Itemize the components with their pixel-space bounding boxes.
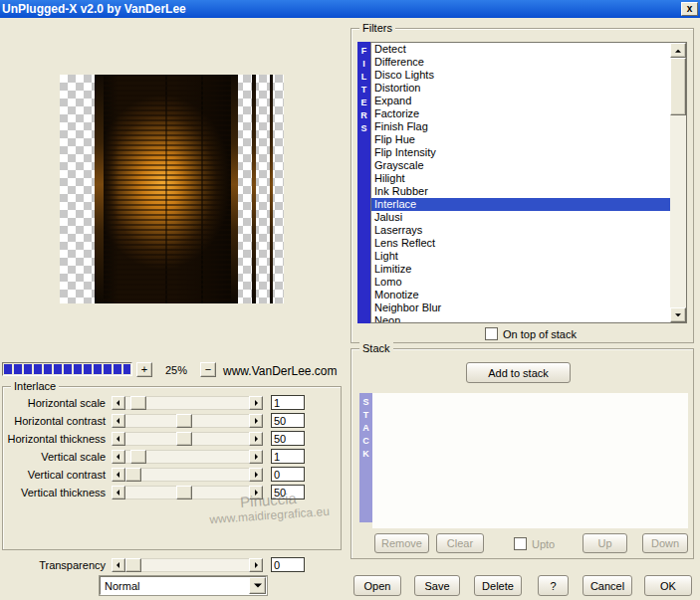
chevron-left-icon[interactable] bbox=[112, 396, 125, 410]
slider-value-input[interactable] bbox=[271, 431, 305, 446]
transparency-slot: Transparency bbox=[2, 557, 331, 575]
slider-track[interactable] bbox=[125, 432, 249, 446]
on-top-of-stack-checkbox[interactable] bbox=[485, 327, 498, 340]
interlace-group-label: Interlace bbox=[11, 380, 59, 393]
slider-thumb[interactable] bbox=[176, 414, 192, 428]
slider[interactable] bbox=[112, 486, 263, 500]
filter-item[interactable]: Jalusi bbox=[371, 211, 670, 224]
zoom-out-button[interactable]: − bbox=[200, 362, 216, 377]
slider-track[interactable] bbox=[125, 450, 249, 464]
slider[interactable] bbox=[112, 396, 263, 410]
chevron-right-icon[interactable] bbox=[249, 468, 263, 482]
filter-item[interactable]: Finish Flag bbox=[371, 120, 670, 133]
slider-track[interactable] bbox=[125, 558, 249, 572]
slider-row: Vertical thickness bbox=[2, 485, 331, 500]
filter-item[interactable]: Interlace bbox=[371, 198, 670, 211]
chevron-left-icon[interactable] bbox=[112, 468, 125, 482]
slider[interactable] bbox=[112, 432, 263, 446]
filters-vertical-label: FILTERS bbox=[357, 42, 370, 323]
slider[interactable] bbox=[112, 468, 263, 482]
filter-item[interactable]: Disco Lights bbox=[371, 69, 670, 82]
filter-item[interactable]: Hilight bbox=[371, 172, 670, 185]
filter-item[interactable]: Distortion bbox=[371, 82, 670, 95]
slider-track[interactable] bbox=[125, 468, 249, 482]
zoom-in-button[interactable]: + bbox=[136, 362, 152, 377]
slider-value-input[interactable] bbox=[271, 557, 305, 572]
filter-item[interactable]: Detect bbox=[371, 43, 670, 56]
delete-button[interactable]: Delete bbox=[474, 575, 522, 596]
filter-item[interactable]: Neon bbox=[371, 314, 670, 323]
slider-label: Horizontal thickness bbox=[2, 433, 112, 445]
filter-item[interactable]: Ink Rubber bbox=[371, 185, 670, 198]
scroll-up-icon[interactable] bbox=[670, 43, 686, 58]
filter-item[interactable]: Flip Hue bbox=[371, 133, 670, 146]
filter-item[interactable]: Grayscale bbox=[371, 159, 670, 172]
chevron-left-icon[interactable] bbox=[112, 414, 125, 428]
slider-thumb[interactable] bbox=[130, 396, 146, 410]
filter-item[interactable]: Monotize bbox=[371, 289, 670, 301]
titlebar[interactable]: UnPlugged-X v2.0 by VanDerLee x bbox=[0, 0, 700, 18]
chevron-down-icon[interactable] bbox=[249, 577, 266, 594]
chevron-right-icon[interactable] bbox=[249, 558, 263, 572]
preview-image[interactable] bbox=[60, 75, 284, 303]
slider-track[interactable] bbox=[125, 486, 249, 500]
chevron-left-icon[interactable] bbox=[112, 558, 125, 572]
slider-value-input[interactable] bbox=[271, 395, 305, 410]
filters-scrollbar[interactable] bbox=[670, 43, 686, 322]
save-button[interactable]: Save bbox=[414, 575, 460, 596]
filter-item[interactable]: Difference bbox=[371, 56, 670, 69]
slider-value-input[interactable] bbox=[271, 413, 305, 428]
close-icon[interactable]: x bbox=[681, 2, 698, 16]
chevron-left-icon[interactable] bbox=[112, 450, 125, 464]
scroll-down-icon[interactable] bbox=[670, 307, 686, 322]
slider-thumb[interactable] bbox=[130, 450, 146, 464]
stack-list[interactable] bbox=[372, 393, 688, 528]
filter-item[interactable]: Light bbox=[371, 250, 670, 263]
filter-item[interactable]: Flip Intensity bbox=[371, 146, 670, 159]
filter-item[interactable]: Lens Reflect bbox=[371, 237, 670, 250]
slider-track[interactable] bbox=[125, 396, 249, 410]
scrollbar-thumb[interactable] bbox=[670, 58, 686, 115]
blend-mode-select[interactable]: Normal bbox=[100, 576, 267, 595]
clear-button[interactable]: Clear bbox=[436, 533, 484, 553]
slider-track[interactable] bbox=[125, 414, 249, 428]
website-link[interactable]: www.VanDerLee.com bbox=[223, 364, 338, 378]
upto-checkbox[interactable] bbox=[514, 537, 527, 550]
preview-stripe bbox=[252, 75, 256, 303]
chevron-left-icon[interactable] bbox=[112, 432, 125, 446]
chevron-right-icon[interactable] bbox=[249, 396, 263, 410]
slider[interactable] bbox=[112, 450, 263, 464]
help-button[interactable]: ? bbox=[538, 575, 569, 596]
ok-button[interactable]: OK bbox=[644, 575, 692, 596]
chevron-right-icon[interactable] bbox=[249, 432, 263, 446]
slider-value-input[interactable] bbox=[271, 467, 305, 482]
chevron-right-icon[interactable] bbox=[249, 486, 263, 500]
filter-item[interactable]: Lomo bbox=[371, 276, 670, 289]
remove-button[interactable]: Remove bbox=[374, 533, 429, 553]
filter-item[interactable]: Neighbor Blur bbox=[371, 301, 670, 314]
slider-thumb[interactable] bbox=[125, 468, 141, 482]
slider-thumb[interactable] bbox=[176, 486, 192, 500]
slider-thumb[interactable] bbox=[176, 432, 192, 446]
slider-value-input[interactable] bbox=[271, 449, 305, 464]
down-button[interactable]: Down bbox=[642, 533, 688, 553]
stack-vertical-label: STACK bbox=[359, 393, 372, 522]
slider-value-input[interactable] bbox=[271, 485, 305, 500]
cancel-button[interactable]: Cancel bbox=[583, 575, 632, 596]
slider[interactable] bbox=[112, 558, 263, 572]
filter-item[interactable]: Laserrays bbox=[371, 224, 670, 237]
chevron-right-icon[interactable] bbox=[249, 414, 263, 428]
add-to-stack-button[interactable]: Add to stack bbox=[466, 362, 571, 383]
slider-rows: Horizontal scaleHorizontal contrastHoriz… bbox=[2, 395, 331, 502]
filter-item[interactable]: Limitize bbox=[371, 263, 670, 276]
chevron-right-icon[interactable] bbox=[249, 450, 263, 464]
slider[interactable] bbox=[112, 414, 263, 428]
filter-item[interactable]: Expand bbox=[371, 95, 670, 107]
slider-thumb[interactable] bbox=[125, 558, 141, 572]
zoom-level: 25% bbox=[154, 364, 198, 376]
filter-item[interactable]: Factorize bbox=[371, 107, 670, 120]
filters-list[interactable]: DetectDifferenceDisco LightsDistortionEx… bbox=[370, 42, 687, 323]
chevron-left-icon[interactable] bbox=[112, 486, 125, 500]
open-button[interactable]: Open bbox=[353, 575, 401, 596]
up-button[interactable]: Up bbox=[583, 533, 627, 553]
